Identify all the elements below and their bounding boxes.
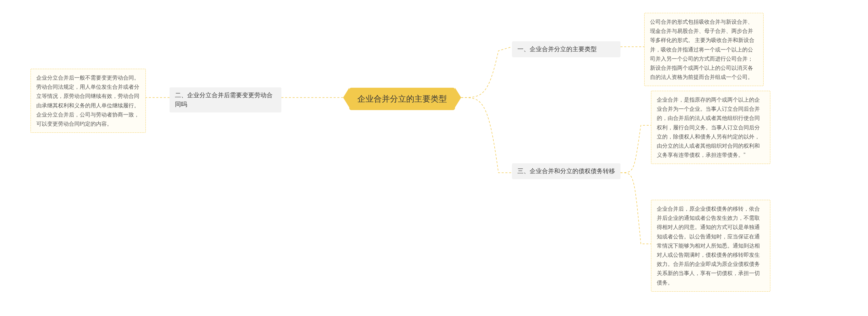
branch-1-leaf[interactable]: 公司合并的形式包括吸收合并与新设合并、现金合并与易股合并、母子合并、两步合并等多… [644, 13, 764, 86]
branch-1-title: 一、企业合并分立的主要类型 [517, 46, 597, 52]
branch-3-leaf-2[interactable]: 企业合并后，原企业债权债务的移转，依合并后企业的通知或者公告发生效力，不需取得相… [651, 200, 770, 292]
branch-3-leaf-1-text: 企业合并，是指原存的两个或两个以上的企业合并为一个企业。当事人订立合同后合并的，… [657, 97, 760, 158]
root-node[interactable]: 企业合并分立的主要类型 [349, 88, 455, 110]
branch-3-leaf-1[interactable]: 企业合并，是指原存的两个或两个以上的企业合并为一个企业。当事人订立合同后合并的，… [651, 91, 770, 164]
branch-3-leaf-2-text: 企业合并后，原企业债权债务的移转，依合并后企业的通知或者公告发生效力，不需取得相… [657, 206, 760, 286]
branch-2-leaf-text: 企业分立合并后一般不需要变更劳动合同。劳动合同法规定，用人单位发生合并或者分立等… [36, 75, 139, 127]
branch-3[interactable]: 三、企业合并和分立的债权债务转移 [512, 163, 620, 179]
branch-2-title: 二、企业分立合并后需要变更劳动合同吗 [175, 92, 273, 108]
branch-2[interactable]: 二、企业分立合并后需要变更劳动合同吗 [170, 87, 281, 112]
branch-2-leaf[interactable]: 企业分立合并后一般不需要变更劳动合同。劳动合同法规定，用人单位发生合并或者分立等… [31, 69, 146, 133]
root-title: 企业合并分立的主要类型 [357, 94, 447, 103]
branch-1[interactable]: 一、企业合并分立的主要类型 [512, 41, 620, 57]
branch-1-leaf-text: 公司合并的形式包括吸收合并与新设合并、现金合并与易股合并、母子合并、两步合并等多… [650, 19, 754, 80]
branch-3-title: 三、企业合并和分立的债权债务转移 [517, 168, 615, 174]
